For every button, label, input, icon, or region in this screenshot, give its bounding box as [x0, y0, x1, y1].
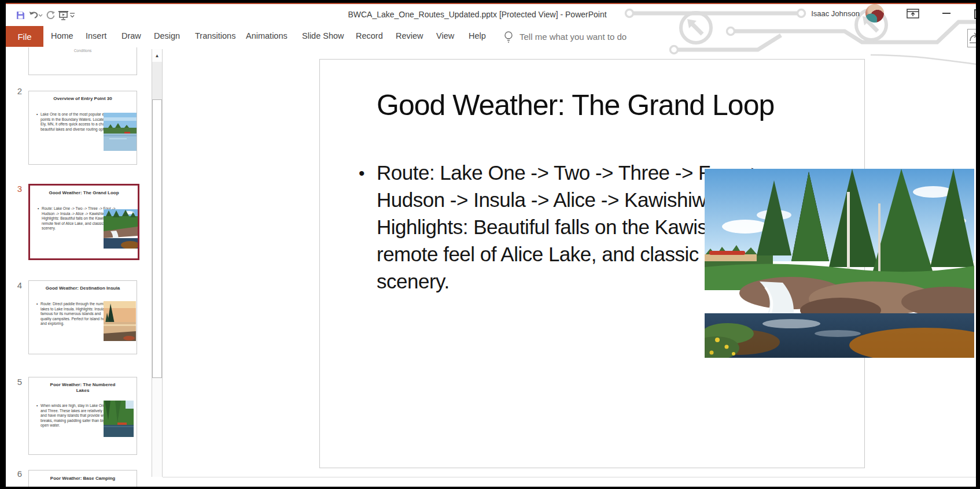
- thumbnail-photo-lake: [104, 113, 137, 151]
- thumbnail-photo-forest-shore: [104, 401, 134, 437]
- ribbon-display-options-icon: [907, 9, 919, 18]
- slide-number-2: 2: [13, 86, 27, 96]
- thumbnail-body-line: Hudson -> Insula -> Alice -> Kawishiwi.: [42, 212, 107, 217]
- scroll-up-arrow-icon: ▲: [155, 53, 160, 58]
- bullet-glyph: •: [36, 302, 38, 306]
- tab-review[interactable]: Review: [396, 31, 423, 44]
- thumbnail-slide-6-partial[interactable]: Poor Weather: Base Camping: [28, 470, 137, 487]
- thumbnail-body-line: Lake One is one of the most popular entr…: [40, 112, 110, 117]
- thumbnail-body-line: Highlights: Beautiful falls on the Kawis…: [42, 216, 113, 221]
- thumbnail-photo-river: [104, 209, 138, 249]
- slide-photo-river-falls: [705, 169, 974, 358]
- start-slideshow-button[interactable]: [57, 9, 69, 21]
- scroll-up-button[interactable]: ▲: [152, 49, 162, 62]
- thumbnail-body-line: Route: Direct paddle through the numbere…: [40, 302, 113, 307]
- powerpoint-window: BWCA_Lake_One_Routes_Updated.pptx [Prote…: [6, 3, 976, 487]
- slide-number-4: 4: [13, 280, 27, 290]
- start-slideshow-icon: [58, 10, 69, 20]
- thumbnail-slide-2[interactable]: Overview of Entry Point 30 • Lake One is…: [28, 91, 137, 165]
- tab-transitions[interactable]: Transitions: [195, 31, 235, 44]
- tab-help[interactable]: Help: [469, 31, 486, 44]
- thumbnail-body-line: beautiful lakes and diverse routing opti…: [40, 127, 112, 132]
- save-icon: [16, 10, 25, 20]
- redo-icon: [46, 10, 56, 20]
- thumbnail-slide-5[interactable]: Poor Weather: The Numbered Lakes • When …: [28, 377, 137, 455]
- share-icon: [968, 29, 976, 45]
- thumbnail-body-line: lakes to Lake Insula. Highlights: Insula…: [40, 307, 108, 312]
- tab-file[interactable]: File: [6, 26, 43, 47]
- slide-bullet-glyph: •: [359, 164, 365, 183]
- tab-home[interactable]: Home: [51, 31, 73, 44]
- thumbnail-title: Overview of Entry Point 30: [31, 96, 134, 102]
- tab-slide-show[interactable]: Slide Show: [302, 31, 344, 44]
- thumbnail-panel-scrollbar[interactable]: ▲: [152, 49, 163, 477]
- thumbnail-body-line: remote feel of Alice Lake, and classic: [42, 221, 104, 227]
- tab-insert[interactable]: Insert: [86, 31, 106, 44]
- tab-record[interactable]: Record: [356, 31, 383, 44]
- thumbnail-body-line: famous for its numerous islands and: [40, 312, 101, 317]
- slide-number-3: 3: [13, 184, 27, 194]
- share-button[interactable]: [967, 29, 976, 47]
- thumbnail-body-line: scenery.: [42, 226, 56, 231]
- thumbnail-body-line: open water.: [40, 423, 60, 428]
- tell-me-input[interactable]: Tell me what you want to do: [520, 32, 627, 42]
- thumbnail-body-line: Ely, MN, it offers quick access to a cha…: [40, 122, 112, 127]
- slide-title: Good Weather: The Grand Loop: [377, 88, 774, 122]
- customize-qat-button[interactable]: [68, 9, 76, 21]
- slide-number-6: 6: [13, 469, 27, 479]
- maximize-button[interactable]: [974, 9, 976, 19]
- customize-qat-icon: [69, 12, 75, 18]
- account-user-name[interactable]: Isaac Johnson: [752, 9, 860, 18]
- save-button[interactable]: [14, 9, 27, 21]
- thumbnail-body-line: breaks, making paddling safer than big: [40, 418, 105, 424]
- ribbon-display-options-button[interactable]: [907, 9, 919, 21]
- tab-animations[interactable]: Animations: [246, 31, 288, 44]
- tab-view[interactable]: View: [436, 31, 454, 44]
- window-title: BWCA_Lake_One_Routes_Updated.pptx [Prote…: [121, 10, 833, 19]
- tab-draw[interactable]: Draw: [121, 31, 141, 44]
- thumbnail-title: Good Weather: The Grand Loop: [32, 190, 135, 196]
- thumbnail-slide-1-fragment: Conditions: [31, 48, 134, 54]
- thumbnail-title: Poor Weather: Base Camping: [31, 476, 134, 481]
- workspace-bottom-divider: [163, 477, 976, 477]
- tell-me-lightbulb-icon: [503, 30, 514, 46]
- redo-button[interactable]: [44, 9, 57, 21]
- thumbnail-slide-4[interactable]: Good Weather: Destination Insula • Route…: [28, 280, 137, 354]
- thumbnail-title: Good Weather: Destination Insula: [31, 286, 134, 291]
- account-avatar[interactable]: [865, 4, 884, 23]
- bullet-glyph: •: [36, 112, 38, 116]
- bullet-glyph: •: [36, 403, 38, 408]
- tab-design[interactable]: Design: [154, 31, 180, 44]
- thumbnail-body-line: and have many islands that provide wind: [40, 413, 108, 418]
- slide-number-5: 5: [13, 377, 27, 387]
- undo-dropdown-chevron-icon[interactable]: [37, 9, 44, 21]
- thumbnail-body-line: and Three. These lakes are relatively sm…: [40, 409, 112, 414]
- thumbnail-title: Poor Weather: The Numbered Lakes: [46, 382, 119, 394]
- thumbnail-photo-sunset: [104, 301, 136, 341]
- thumbnail-body-line: and exploring.: [40, 321, 64, 327]
- minimize-button[interactable]: [942, 13, 950, 14]
- scrollbar-thumb[interactable]: [152, 99, 162, 378]
- thumbnail-slide-1-partial[interactable]: Conditions: [28, 47, 137, 75]
- bullet-glyph: •: [38, 206, 39, 210]
- thumbnail-slide-3-selected[interactable]: Good Weather: The Grand Loop • Route: La…: [28, 184, 139, 260]
- scrollbar-track[interactable]: [152, 62, 162, 99]
